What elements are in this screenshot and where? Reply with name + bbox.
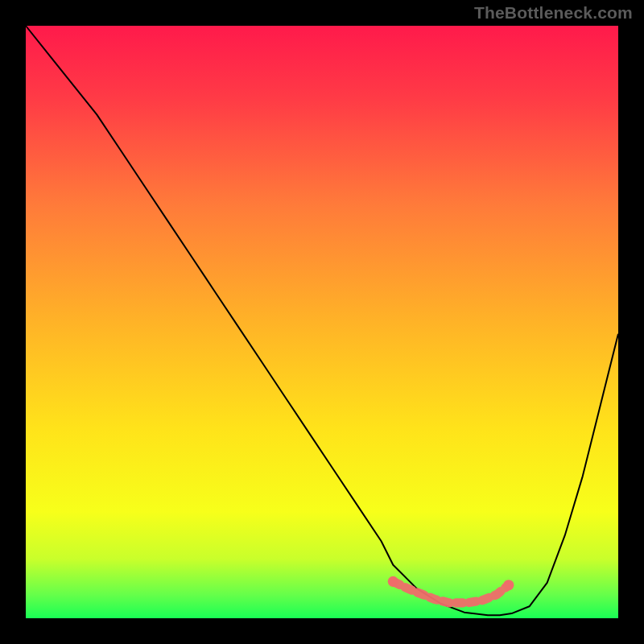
plot-background xyxy=(26,26,618,618)
attribution-text: TheBottleneck.com xyxy=(474,3,633,23)
chart-container: TheBottleneck.com xyxy=(0,0,644,644)
sweet-spot-endpoint xyxy=(503,580,514,590)
sweet-spot-endpoint xyxy=(388,576,398,587)
bottleneck-chart xyxy=(0,0,644,644)
